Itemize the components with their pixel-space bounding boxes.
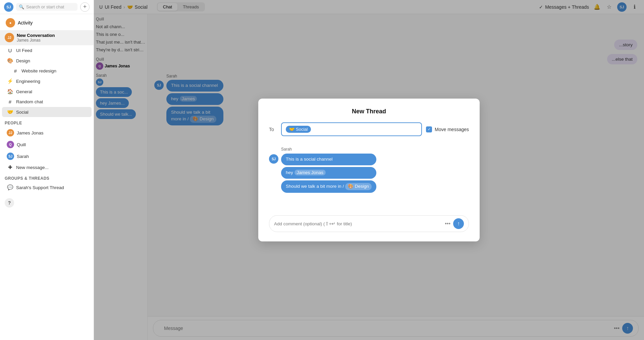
modal-to-row: To 🤝 Social ✓ Move messages	[269, 122, 469, 136]
modal-sender-sarah: Sarah	[269, 147, 469, 152]
search-icon: 🔍	[19, 4, 24, 9]
people-section-title: People	[0, 117, 94, 127]
sidebar-item-sarahs-support[interactable]: 💬 Sarah's Support Thread	[2, 182, 92, 192]
sidebar-item-label: New message...	[16, 165, 49, 170]
search-placeholder: Search or start chat	[26, 4, 64, 9]
main-area: U UI Feed › 🤝 Social Chat Threads ✓ Mess…	[94, 0, 644, 340]
sidebar-item-label: Random chat	[16, 99, 43, 104]
modal-send-button[interactable]: ↑	[453, 218, 464, 229]
help-icon: ?	[5, 198, 14, 208]
new-conv-avatar: JJ	[5, 33, 14, 42]
add-button[interactable]: +	[80, 2, 90, 12]
sidebar-item-new-message[interactable]: ✚ New message...	[2, 162, 92, 172]
sidebar-item-activity[interactable]: ● Activity	[0, 15, 94, 30]
new-conv-title: New Conversation	[17, 33, 55, 38]
ui-feed-icon: U	[7, 48, 13, 53]
help-item[interactable]: ?	[0, 193, 94, 213]
activity-label: Activity	[18, 20, 33, 25]
sidebar-item-website-redesign[interactable]: # Website redesign	[2, 66, 92, 76]
general-icon: 🏠	[7, 89, 13, 95]
sidebar-item-design[interactable]: 🎨 Design	[2, 56, 92, 66]
sidebar-item-label: James Jonas	[17, 130, 44, 135]
sidebar-header: SJ 🔍 Search or start chat +	[0, 0, 94, 14]
sidebar-item-label: Sarah	[17, 154, 29, 159]
user-avatar[interactable]: SJ	[4, 2, 13, 12]
random-chat-icon: #	[7, 99, 13, 105]
modal-dots-button[interactable]: •••	[445, 221, 450, 227]
comment-input[interactable]	[274, 221, 442, 226]
new-thread-modal: New Thread To 🤝 Social ✓ Move messages	[258, 99, 480, 241]
groups-threads-section-title: Groups & Threads	[0, 173, 94, 182]
sidebar-item-label: General	[16, 89, 32, 94]
channel-tag-emoji: 🤝	[289, 127, 294, 132]
modal-msg-group-sarah: Sarah SJ This is a social channel hey Ja…	[269, 147, 469, 193]
move-messages-label: Move messages	[435, 127, 469, 132]
sidebar-nav: ● Activity JJ New Conversation James Jon…	[0, 14, 94, 340]
sidebar-item-sarah[interactable]: SJ Sarah	[2, 151, 92, 162]
modal-to-label: To	[269, 127, 277, 132]
modal-footer: ••• ↑	[269, 215, 469, 232]
modal-overlay: New Thread To 🤝 Social ✓ Move messages	[94, 0, 644, 340]
modal-messages-area: Sarah SJ This is a social channel hey Ja…	[269, 143, 469, 210]
activity-icon: ●	[6, 18, 15, 27]
modal-sarah-bubbles: This is a social channel hey James Jonas…	[281, 154, 376, 193]
sidebar-item-label: Sarah's Support Thread	[16, 185, 64, 190]
sidebar-item-random-chat[interactable]: # Random chat	[2, 97, 92, 107]
modal-to-input[interactable]: 🤝 Social	[281, 122, 422, 136]
sidebar-item-ui-feed[interactable]: U UI Feed	[2, 46, 92, 55]
modal-bubble-social: This is a social channel	[281, 154, 376, 165]
modal-bubble-hey: hey James Jonas	[281, 167, 376, 179]
quill-avatar: Q	[7, 141, 14, 148]
new-conv-info: New Conversation James Jonas	[17, 33, 55, 43]
modal-title: New Thread	[269, 108, 469, 115]
modal-sarah-avatar: SJ	[269, 154, 278, 164]
sidebar-item-label: Website redesign	[21, 68, 56, 73]
sidebar-item-label: Design	[16, 58, 30, 63]
sidebar-item-quill[interactable]: Q Quill	[2, 139, 92, 150]
sidebar-item-label: Social	[16, 110, 29, 115]
sidebar-item-label: Engineering	[16, 79, 40, 84]
modal-bubble-design: Should we talk a bit more in / 🎨 Design	[281, 180, 376, 193]
sidebar-item-james-jonas[interactable]: JJ James Jonas	[2, 127, 92, 138]
website-redesign-icon: #	[12, 68, 19, 74]
modal-msg-row-sarah: SJ This is a social channel hey James Jo…	[269, 154, 469, 193]
sidebar: SJ 🔍 Search or start chat + ● Activity J…	[0, 0, 94, 340]
channel-tag-label: Social	[296, 127, 308, 132]
new-conv-person: James Jonas	[17, 38, 55, 43]
social-icon: 🤝	[7, 109, 13, 115]
new-message-icon: ✚	[7, 164, 13, 170]
sidebar-item-engineering[interactable]: ⚡ Engineering	[2, 76, 92, 86]
channel-tag: 🤝 Social	[286, 126, 311, 133]
sidebar-item-social[interactable]: 🤝 Social	[2, 107, 92, 117]
sidebar-item-label: UI Feed	[16, 48, 32, 53]
design-icon: 🎨	[7, 58, 13, 64]
sidebar-item-label: Quill	[17, 142, 26, 147]
sidebar-item-new-conversation[interactable]: JJ New Conversation James Jonas	[0, 30, 94, 45]
james-mention-modal: James Jonas	[294, 170, 326, 175]
engineering-icon: ⚡	[7, 78, 13, 84]
design-ref-modal: 🎨 Design	[345, 183, 372, 190]
move-messages-row: ✓ Move messages	[426, 126, 469, 132]
sidebar-item-general[interactable]: 🏠 General	[2, 87, 92, 97]
james-jonas-avatar: JJ	[7, 129, 14, 136]
sarah-avatar: SJ	[7, 153, 14, 160]
search-bar[interactable]: 🔍 Search or start chat	[16, 3, 77, 11]
thread-icon: 💬	[7, 184, 13, 190]
move-messages-checkbox[interactable]: ✓	[426, 126, 432, 132]
